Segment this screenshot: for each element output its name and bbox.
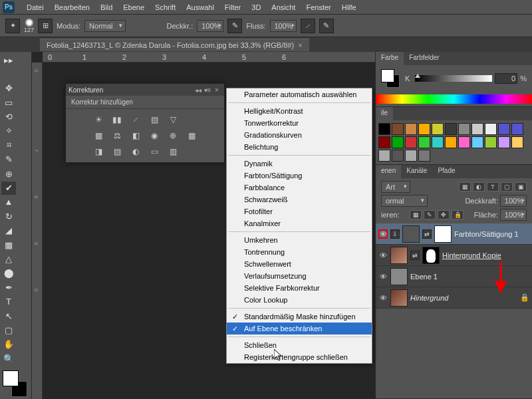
layer-name[interactable]: Hintergrund Kopie (442, 251, 529, 259)
adjustment-thumb[interactable] (402, 225, 420, 243)
invert-icon[interactable]: ◨ (92, 146, 105, 157)
link-icon[interactable]: ⇄ (410, 251, 420, 260)
menu-fenster[interactable]: Fenster (301, 3, 336, 11)
posterize-icon[interactable]: ▤ (110, 146, 124, 157)
menu-item[interactable]: Schwarzweiß (227, 194, 372, 205)
swatch[interactable] (418, 150, 430, 162)
layer-blend-dropdown[interactable]: ormal (381, 195, 428, 207)
gradientmap-icon[interactable]: ▭ (148, 146, 161, 157)
visibility-icon[interactable]: 👁 (378, 293, 388, 303)
panel-close-icon[interactable]: × (212, 86, 221, 94)
hand-tool[interactable]: ✋ (1, 338, 16, 351)
vibrance-icon[interactable]: ▽ (166, 114, 180, 125)
tab-ebenen[interactable]: enen (376, 165, 401, 178)
menu-item[interactable]: Fotofilter (227, 205, 372, 217)
airbrush-icon[interactable]: ⟋ (301, 19, 315, 33)
menu-filter[interactable]: Filter (219, 3, 246, 11)
bw-icon[interactable]: ◧ (129, 130, 142, 141)
layer-row[interactable]: 👁Hintergrund🔒 (376, 287, 532, 309)
menu-datei[interactable]: Datei (21, 3, 49, 11)
swatch[interactable] (418, 136, 430, 148)
layer-thumb[interactable] (390, 289, 408, 307)
swatch[interactable] (445, 123, 457, 135)
flow-input[interactable]: 100% (270, 20, 297, 32)
visibility-icon[interactable]: 👁 (378, 272, 388, 281)
crop-tool[interactable]: ⌗ (1, 138, 16, 152)
swatch[interactable] (392, 150, 404, 162)
blend-mode-dropdown[interactable]: Normal (84, 20, 125, 32)
path-tool[interactable]: ↖ (1, 309, 16, 323)
menu-item[interactable]: Schließen (227, 339, 372, 351)
menu-item[interactable]: Dynamik (227, 158, 372, 170)
menu-item[interactable]: Gradationskurven (227, 129, 372, 141)
brightness-icon[interactable]: ☀ (92, 114, 105, 125)
tab-pfade[interactable]: Pfade (432, 165, 460, 178)
brush-size-picker[interactable]: 127 (24, 18, 34, 33)
photofilter-icon[interactable]: ◉ (148, 130, 161, 141)
swatch[interactable] (392, 136, 404, 148)
opacity-input[interactable]: 100% (197, 20, 223, 32)
menu-item[interactable]: Farbbalance (227, 182, 372, 194)
gradient-tool[interactable]: ▦ (1, 238, 16, 251)
lock-transparent-icon[interactable]: ▦ (410, 210, 422, 219)
collapse-icon[interactable]: ▸▸ (1, 53, 16, 66)
lookup-icon[interactable]: ▦ (185, 130, 198, 141)
swatch[interactable] (445, 136, 457, 148)
swatch[interactable] (471, 136, 483, 148)
lock-pixels-icon[interactable]: ✎ (424, 210, 436, 219)
swatch[interactable] (471, 123, 483, 135)
swatch[interactable] (485, 136, 497, 148)
menu-item[interactable]: Auf Ebene beschränken (227, 323, 372, 334)
swatch[interactable] (405, 150, 417, 162)
lasso-tool[interactable]: ⟲ (1, 110, 16, 124)
menu-bearbeiten[interactable]: Bearbeiten (49, 3, 95, 11)
filter-type-icon[interactable]: T (487, 182, 499, 192)
menu-item[interactable]: Standardmäßig Maske hinzufügen (227, 311, 372, 323)
menu-item[interactable]: Tontrennung (227, 246, 372, 258)
layer-row[interactable]: 👁Ebene 1 (376, 266, 532, 287)
k-slider[interactable] (415, 75, 492, 82)
layer-filter-dropdown[interactable]: Art (381, 181, 410, 193)
document-tab[interactable]: Fotolia_12463713_L © Zdenka Darula - Fot… (40, 39, 309, 51)
tool-preset-icon[interactable]: ✦ (5, 19, 20, 33)
stamp-tool[interactable]: ▲ (1, 196, 16, 209)
menu-item[interactable]: Belichtung (227, 141, 372, 153)
fill-input[interactable]: 100% (500, 209, 527, 221)
wand-tool[interactable]: ✧ (1, 124, 16, 138)
menu-auswahl[interactable]: Auswahl (181, 3, 219, 11)
swatch[interactable] (378, 150, 390, 162)
swatch[interactable] (378, 136, 390, 148)
tab-stile[interactable]: ile (376, 107, 393, 120)
panel-collapse-icon[interactable]: ◂◂ (194, 86, 203, 94)
color-preview[interactable] (381, 69, 400, 88)
pressure-size-icon[interactable]: ✎ (319, 19, 334, 33)
blur-tool[interactable]: △ (1, 252, 16, 265)
hue-icon[interactable]: ▦ (92, 130, 105, 141)
menu-item[interactable]: Selektive Farbkorrektur (227, 282, 372, 294)
swatch[interactable] (458, 123, 470, 135)
selective-icon[interactable]: ▥ (166, 146, 180, 157)
eyedropper-tool[interactable]: ✎ (1, 153, 16, 166)
curves-icon[interactable]: ⟋ (129, 114, 142, 125)
marquee-tool[interactable]: ▭ (1, 96, 16, 109)
close-tab-icon[interactable]: × (298, 41, 302, 49)
menu-hilfe[interactable]: Hilfe (336, 3, 362, 11)
exposure-icon[interactable]: ▤ (148, 114, 161, 125)
mask-thumb[interactable] (422, 247, 440, 264)
link-icon[interactable]: ⇄ (422, 229, 432, 239)
brush-panel-icon[interactable]: ⊞ (38, 19, 53, 33)
menu-item[interactable]: Helligkeit/Kontrast (227, 105, 372, 117)
menu-item[interactable]: Parameter automatisch auswählen (227, 88, 372, 100)
swatch[interactable] (432, 123, 444, 135)
mixer-icon[interactable]: ⊕ (166, 130, 180, 141)
swatch[interactable] (392, 123, 404, 135)
menu-item[interactable]: Schwellenwert (227, 258, 372, 270)
k-value-input[interactable]: 0 (495, 73, 517, 84)
layer-name[interactable]: Hintergrund (410, 294, 517, 302)
dodge-tool[interactable]: ⬤ (1, 267, 16, 280)
menu-ansicht[interactable]: Ansicht (266, 3, 301, 11)
tab-kanaele[interactable]: Kanäle (401, 165, 432, 178)
menu-item[interactable]: Farbton/Sättigung (227, 170, 372, 182)
brush-tool[interactable]: ✔ (1, 182, 16, 195)
filter-adjust-icon[interactable]: ◐ (473, 182, 485, 192)
